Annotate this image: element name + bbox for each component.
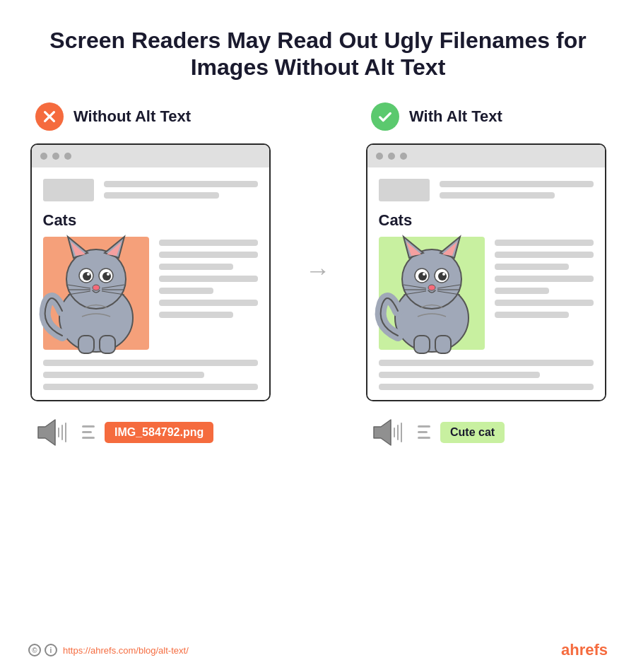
- right-sound-row: Cute cat: [364, 417, 505, 448]
- line: [440, 181, 594, 187]
- footer-icons: © i: [28, 644, 57, 656]
- line: [440, 192, 555, 199]
- left-wave-lines: [82, 425, 95, 439]
- svg-point-39: [428, 285, 435, 290]
- right-column: With Alt Text Cats: [364, 102, 608, 448]
- line: [495, 312, 569, 318]
- line: [495, 252, 594, 258]
- right-browser-bar: [367, 145, 605, 167]
- left-speaker-icon: [35, 417, 72, 448]
- right-browser-window: Cats: [366, 143, 606, 401]
- svg-point-28: [402, 249, 461, 309]
- footer-url: https://ahrefs.com/blog/alt-text/: [63, 645, 189, 656]
- arrow-icon: →: [305, 258, 331, 283]
- left-text-lines: [159, 237, 258, 318]
- svg-point-37: [423, 273, 425, 276]
- right-bottom-lines: [379, 360, 594, 390]
- svg-point-14: [93, 285, 100, 290]
- browser-dot-1: [40, 153, 47, 160]
- left-browser-bar: [32, 145, 269, 167]
- cc-icon: ©: [28, 644, 41, 656]
- line: [495, 264, 569, 270]
- svg-point-36: [438, 272, 447, 281]
- svg-rect-47: [435, 336, 451, 353]
- x-icon: [42, 109, 57, 124]
- right-cat-image-box: [379, 237, 485, 350]
- line: [159, 240, 258, 246]
- svg-marker-48: [374, 420, 391, 445]
- line: [379, 372, 540, 378]
- right-browser-content: Cats: [367, 167, 605, 400]
- footer: © i https://ahrefs.com/blog/alt-text/ ah…: [0, 634, 636, 672]
- left-content-area: [43, 237, 258, 350]
- check-icon: [377, 109, 393, 124]
- left-line-1: [104, 181, 258, 187]
- right-text-lines: [495, 237, 594, 318]
- footer-left: © i https://ahrefs.com/blog/alt-text/: [28, 644, 189, 656]
- browser-dot-6: [400, 153, 407, 160]
- right-header-placeholder: [379, 179, 594, 201]
- line: [159, 300, 258, 306]
- svg-rect-46: [414, 336, 430, 353]
- left-cat-image-box: [43, 237, 149, 350]
- line: [379, 360, 594, 366]
- left-cat-svg: [33, 226, 156, 357]
- left-header-placeholder: [43, 179, 258, 201]
- line: [495, 288, 549, 294]
- right-rect-box: [379, 179, 430, 201]
- left-label-row: Without Alt Text: [28, 102, 191, 131]
- browser-dot-4: [376, 153, 383, 160]
- svg-point-13: [107, 273, 110, 276]
- info-icon: i: [45, 644, 57, 656]
- right-filename-tag: Cute cat: [440, 422, 505, 443]
- good-badge: [371, 102, 399, 131]
- line: [495, 240, 594, 246]
- browser-dot-2: [52, 153, 59, 160]
- left-line-2: [104, 192, 220, 199]
- browser-dot-5: [388, 153, 395, 160]
- right-label-text: With Alt Text: [409, 107, 502, 126]
- line: [43, 384, 258, 390]
- left-line-group: [104, 181, 258, 199]
- line: [159, 252, 258, 258]
- svg-point-35: [418, 272, 427, 281]
- svg-point-12: [87, 273, 90, 276]
- left-sound-row: IMG_584792.png: [28, 417, 213, 448]
- svg-point-3: [66, 249, 126, 309]
- svg-rect-21: [78, 336, 94, 353]
- svg-point-10: [83, 272, 91, 281]
- right-wave-lines: [418, 425, 430, 439]
- line: [43, 360, 258, 366]
- comparison-row: Without Alt Text Cats: [0, 102, 636, 448]
- right-cat-svg: [368, 226, 492, 357]
- line: [43, 372, 204, 378]
- main-title: Screen Readers May Read Out Ugly Filenam…: [0, 27, 636, 81]
- comparison-arrow: →: [300, 258, 336, 283]
- ahrefs-logo: ahrefs: [561, 641, 608, 659]
- left-label-text: Without Alt Text: [73, 107, 191, 126]
- right-speaker-icon: [371, 417, 408, 448]
- line: [159, 312, 233, 318]
- right-line-group: [440, 181, 594, 199]
- left-filename-tag: IMG_584792.png: [105, 422, 213, 443]
- line: [159, 288, 213, 294]
- left-column: Without Alt Text Cats: [28, 102, 272, 448]
- browser-dot-3: [64, 153, 71, 160]
- left-bottom-lines: [43, 360, 258, 390]
- right-label-row: With Alt Text: [364, 102, 502, 131]
- right-content-area: [379, 237, 594, 350]
- line: [495, 300, 594, 306]
- line: [159, 276, 258, 282]
- left-browser-content: Cats: [32, 167, 269, 400]
- line: [159, 264, 233, 270]
- left-rect-box: [43, 179, 94, 201]
- bad-badge: [35, 102, 64, 131]
- svg-rect-22: [100, 336, 115, 353]
- svg-marker-23: [38, 420, 55, 445]
- svg-point-38: [442, 273, 445, 276]
- line: [495, 276, 594, 282]
- svg-point-11: [102, 272, 111, 281]
- left-browser-window: Cats: [30, 143, 271, 401]
- line: [379, 384, 594, 390]
